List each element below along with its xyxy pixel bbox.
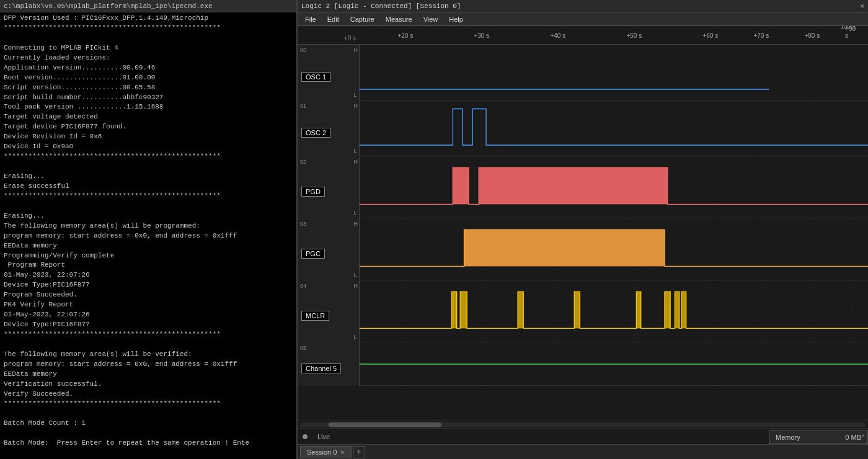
timeline-tick: +80 s <box>804 32 820 39</box>
channel-label-2: 02PGDHL <box>298 156 360 218</box>
bottom-bar: Live × Memory 0 MB <box>298 428 868 444</box>
svg-rect-43 <box>452 292 457 328</box>
memory-close[interactable]: × <box>861 432 865 439</box>
hl-labels-3: HL <box>354 218 358 280</box>
terminal-title: c:\mplabx\v6.05\mplab_platform\mplab_ipe… <box>4 2 213 10</box>
session-tab-0[interactable]: Session 0 × <box>300 446 352 458</box>
channel-row-pgc: 03PGCHL <box>298 218 868 280</box>
timeline-tick: +90 s <box>845 26 861 39</box>
scroll-bar[interactable] <box>298 421 868 428</box>
logic-title: Logic 2 [Logic - Connected] [Session 0] <box>301 2 461 10</box>
channel-waveform-1 <box>360 100 868 156</box>
channel-row-mclr: 04MCLRHL <box>298 280 868 342</box>
channel-waveform-3 <box>360 218 868 280</box>
channel-num-4: 04 <box>300 283 306 289</box>
l-label-4: L <box>354 334 358 340</box>
timeline-tick: +60 s <box>702 32 718 39</box>
waveform-svg-4 <box>360 280 868 342</box>
waveform-svg-3 <box>360 218 868 280</box>
channel-badge-2: PGD <box>301 187 325 197</box>
main-container: c:\mplabx\v6.05\mplab_platform\mplab_ipe… <box>0 0 868 459</box>
l-label-0: L <box>354 92 358 98</box>
close-icon[interactable]: ✕ <box>860 2 864 10</box>
scroll-thumb[interactable] <box>329 422 441 427</box>
menu-help[interactable]: Help <box>444 14 468 24</box>
h-label-2: H <box>354 159 358 165</box>
waveform-svg-5 <box>360 342 868 386</box>
l-label-3: L <box>354 272 358 278</box>
channel-badge-5: Channel 5 <box>301 363 341 373</box>
channel-label-3: 03PGCHL <box>298 218 360 280</box>
channel-row-channel-5: 05Channel 5 <box>298 342 868 386</box>
timeline-offset: +0 s <box>344 35 356 42</box>
scroll-track[interactable] <box>300 422 866 427</box>
session-tabs: Session 0 × + <box>298 444 868 459</box>
memory-label: Memory <box>776 434 800 441</box>
hl-labels-4: HL <box>354 280 358 342</box>
timeline-tick: +70 s <box>753 32 769 39</box>
h-label-4: H <box>354 283 358 289</box>
session-tab-close[interactable]: × <box>340 448 344 456</box>
waveform-svg-1 <box>360 100 868 156</box>
waveform-svg-0 <box>360 45 868 100</box>
timeline-tick: +40 s <box>550 32 565 39</box>
logic-title-bar: Logic 2 [Logic - Connected] [Session 0] … <box>298 0 868 12</box>
channel-num-5: 05 <box>300 345 306 351</box>
menu-bar: File Edit Capture Measure View Help <box>298 12 868 26</box>
svg-rect-34 <box>464 230 665 266</box>
menu-measure[interactable]: Measure <box>381 14 417 24</box>
timeline-tick: +30 s <box>474 32 489 39</box>
timeline-label-area: +0 s <box>298 35 360 42</box>
channel-label-0: 00OSC 1HL <box>298 45 360 100</box>
terminal-title-bar: c:\mplabx\v6.05\mplab_platform\mplab_ipe… <box>0 0 298 12</box>
svg-rect-48 <box>665 292 670 328</box>
h-label-0: H <box>354 47 358 53</box>
channel-badge-4: MCLR <box>301 311 329 321</box>
session-tab-label: Session 0 <box>307 448 337 456</box>
hl-labels-1: HL <box>354 100 358 156</box>
channel-num-1: 01 <box>300 103 306 109</box>
live-label: Live <box>317 433 330 440</box>
channel-badge-0: OSC 1 <box>301 72 330 82</box>
h-label-3: H <box>354 221 358 227</box>
terminal-panel: c:\mplabx\v6.05\mplab_platform\mplab_ipe… <box>0 0 298 459</box>
menu-view[interactable]: View <box>418 14 443 24</box>
timeline-ticks: 100 s +20 s+30 s+40 s+50 s+60 s+70 s+80 … <box>360 26 868 42</box>
timeline-tick: +20 s <box>397 32 413 39</box>
channel-label-4: 04MCLRHL <box>298 280 360 342</box>
channel-waveform-4 <box>360 280 868 342</box>
svg-rect-44 <box>460 292 467 328</box>
svg-rect-24 <box>453 167 667 204</box>
l-label-2: L <box>354 210 358 216</box>
live-dot <box>303 434 308 439</box>
session-tab-add[interactable]: + <box>353 446 365 458</box>
channel-num-2: 02 <box>300 159 306 165</box>
menu-file[interactable]: File <box>300 14 321 24</box>
hl-labels-2: HL <box>354 156 358 218</box>
channel-num-0: 00 <box>300 47 306 53</box>
l-label-1: L <box>354 148 358 154</box>
channel-num-3: 03 <box>300 221 306 227</box>
timeline-header: +0 s 100 s +20 s+30 s+40 s+50 s+60 s+70 … <box>298 26 868 45</box>
hl-labels-0: HL <box>354 45 358 100</box>
svg-rect-25 <box>469 167 479 204</box>
channel-waveform-5 <box>360 342 868 386</box>
svg-rect-47 <box>636 292 640 328</box>
timeline-tick: +50 s <box>626 32 642 39</box>
channel-badge-3: PGC <box>301 249 325 259</box>
memory-value: 0 MB <box>845 434 861 441</box>
menu-edit[interactable]: Edit <box>322 14 344 24</box>
memory-box: × Memory 0 MB <box>769 430 868 444</box>
h-label-1: H <box>354 103 358 109</box>
svg-rect-45 <box>518 292 523 328</box>
svg-rect-49 <box>675 292 679 328</box>
svg-rect-50 <box>681 292 686 328</box>
channel-row-osc-1: 00OSC 1HL <box>298 45 868 100</box>
menu-capture[interactable]: Capture <box>345 14 379 24</box>
channel-label-1: 01OSC 2HL <box>298 100 360 156</box>
channel-badge-1: OSC 2 <box>301 128 330 138</box>
channels-container: 00OSC 1HL01OSC 2HL02PGDHL03PGCHL04MCLRHL… <box>298 45 868 421</box>
channel-waveform-2 <box>360 156 868 218</box>
logic-panel: Logic 2 [Logic - Connected] [Session 0] … <box>298 0 868 459</box>
svg-rect-46 <box>574 292 580 328</box>
